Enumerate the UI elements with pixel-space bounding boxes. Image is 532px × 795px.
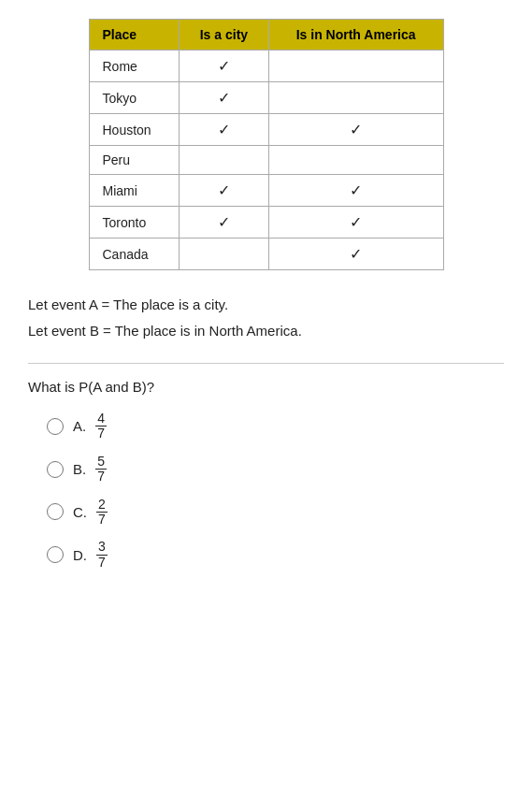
option-a-label: A. [73,418,86,434]
cell-city-4: ✓ [180,175,269,207]
cell-place-5: Toronto [89,207,180,238]
cell-na-6: ✓ [268,238,443,270]
table-row: Tokyo✓ [89,82,443,114]
check-na-4: ✓ [350,182,362,198]
cell-na-3 [268,146,443,175]
option-c-label: C. [73,504,87,520]
check-city-4: ✓ [218,182,230,198]
cell-place-3: Peru [89,146,180,175]
option-b-label: B. [73,461,86,477]
option-d-radio[interactable] [47,546,64,563]
option-a-denominator: 7 [95,426,107,441]
cell-na-4: ✓ [268,175,443,207]
col-header-place: Place [89,20,180,51]
option-b-numerator: 5 [95,455,107,470]
answer-options: A. 4 7 B. 5 7 C. 2 7 D. 3 7 [28,412,504,570]
event-definitions: Let event A = The place is a city. Let e… [28,293,504,342]
cell-city-1: ✓ [180,82,269,114]
option-d-denominator: 7 [96,556,108,570]
check-city-5: ✓ [218,214,230,230]
cell-city-3 [180,146,269,175]
option-c-fraction: 2 7 [96,498,108,528]
option-d-fraction: 3 7 [96,540,108,570]
cell-na-5: ✓ [268,207,443,238]
cell-na-0 [268,51,443,82]
option-b: B. 5 7 [47,455,504,484]
cell-place-0: Rome [89,51,180,82]
cell-city-6 [180,238,269,270]
option-a-numerator: 4 [95,412,107,426]
option-c: C. 2 7 [47,498,504,528]
option-b-fraction: 5 7 [95,455,107,484]
event-a-label: Let event A = The place is a city. [28,293,504,317]
check-na-6: ✓ [350,246,362,262]
cell-place-4: Miami [89,175,180,207]
check-city-2: ✓ [218,122,230,137]
table-row: Canada✓ [89,238,443,270]
option-a-fraction: 4 7 [95,412,107,441]
option-b-denominator: 7 [95,470,107,484]
probability-table: Place Is a city Is in North America Rome… [89,19,444,270]
option-c-denominator: 7 [96,513,108,527]
cell-place-1: Tokyo [89,82,180,114]
table-row: Houston✓✓ [89,114,443,146]
cell-na-2: ✓ [268,114,443,146]
table-row: Rome✓ [89,51,443,82]
cell-place-6: Canada [89,238,180,270]
cell-place-2: Houston [89,114,180,146]
check-na-5: ✓ [350,214,362,230]
table-row: Peru [89,146,443,175]
option-d-label: D. [73,547,87,563]
cell-na-1 [268,82,443,114]
question-label: What is P(A and B)? [28,379,154,395]
cell-city-2: ✓ [180,114,269,146]
table-row: Miami✓✓ [89,175,443,207]
data-table-wrapper: Place Is a city Is in North America Rome… [28,19,504,270]
option-b-radio[interactable] [47,461,64,478]
option-d: D. 3 7 [47,540,504,570]
check-city-1: ✓ [218,90,230,106]
question-text: What is P(A and B)? [28,363,504,395]
event-b-label: Let event B = The place is in North Amer… [28,319,504,343]
cell-city-5: ✓ [180,207,269,238]
cell-city-0: ✓ [180,51,269,82]
table-row: Toronto✓✓ [89,207,443,238]
option-a: A. 4 7 [47,412,504,441]
option-a-radio[interactable] [47,418,64,435]
option-c-radio[interactable] [47,503,64,520]
check-city-0: ✓ [218,58,230,74]
check-na-2: ✓ [350,122,362,137]
option-d-numerator: 3 [96,540,108,555]
col-header-is-city: Is a city [180,20,269,51]
option-c-numerator: 2 [96,498,108,513]
col-header-in-north-america: Is in North America [268,20,443,51]
